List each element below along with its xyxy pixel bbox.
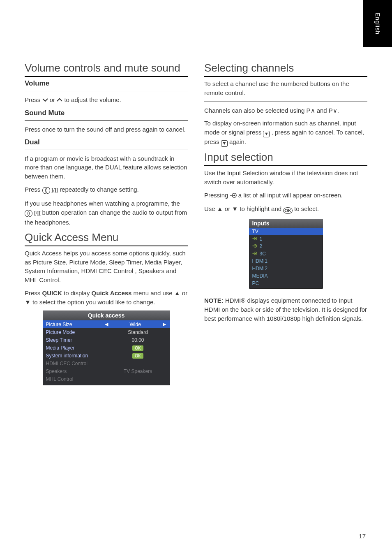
section-heading: Selecting channels <box>204 62 367 74</box>
menu-row[interactable]: Picture Size◀Wide▶ <box>43 320 170 328</box>
section-channels: Selecting channels To select a channel u… <box>204 62 367 147</box>
menu-row-label: MHL Control <box>46 376 109 382</box>
chevron-up-icon <box>57 96 62 105</box>
svg-marker-8 <box>255 246 256 247</box>
paragraph: If you use headphones when watching a pr… <box>25 199 188 227</box>
input-source-icon <box>252 251 257 256</box>
inputs-row[interactable]: 3C <box>249 250 323 257</box>
menu-row-label: Picture Size <box>46 322 104 327</box>
sub-heading-dual: Dual <box>25 138 188 146</box>
menu-row-label: Sleep Timer <box>46 337 109 343</box>
paragraph: To select a channel use the numbered but… <box>204 79 367 97</box>
stereo-bilingual-icon: I/II <box>42 185 58 195</box>
inputs-row-label: 1 <box>260 236 263 242</box>
menu-row-label: Media Player <box>46 345 109 351</box>
paragraph: Press I/II repeatedly to change setting. <box>25 185 188 195</box>
inputs-row-label: 3C <box>260 251 266 257</box>
section-heading: Volume controls and mute sound <box>25 62 188 74</box>
divider <box>204 165 367 166</box>
inputs-row-label: MEDIA <box>252 273 268 279</box>
menu-row-value: Wide <box>109 322 162 327</box>
section-volume: Volume controls and mute sound Volume Pr… <box>25 62 188 105</box>
section-input-selection: Input selection Use the Input Selection … <box>204 151 367 323</box>
ok-badge: OK <box>132 353 143 359</box>
input-source-icon <box>252 236 257 241</box>
quick-access-menu: Quick access Picture Size◀Wide▶Picture M… <box>43 310 170 385</box>
inputs-row[interactable]: HDMI1 <box>249 257 323 265</box>
section-quick-access: Quick Access Menu Quick Access helps you… <box>25 231 188 386</box>
menu-row[interactable]: Picture ModeStandard <box>43 328 170 336</box>
note-paragraph: NOTE: HDMI® displays equipment connected… <box>204 296 367 323</box>
ok-button-icon: OK <box>283 207 293 214</box>
info-button-icon: ▼ <box>221 140 228 147</box>
quick-button-label: QUICK <box>42 290 62 297</box>
menu-row[interactable]: MHL Control <box>43 375 170 383</box>
section-heading: Input selection <box>204 151 367 164</box>
inputs-row-label: TV <box>252 229 258 234</box>
svg-marker-11 <box>255 253 256 254</box>
paragraph: Use the Input Selection window if the te… <box>204 169 367 187</box>
menu-row-value: TV Speakers <box>109 368 167 374</box>
inputs-row[interactable]: 1 <box>249 235 323 243</box>
paragraph: Press once to turn the sound off and pre… <box>25 125 188 134</box>
inputs-row[interactable]: PC <box>249 280 323 287</box>
svg-marker-2 <box>234 194 235 196</box>
inputs-row[interactable]: HDMI2 <box>249 265 323 272</box>
page-number: 17 <box>359 533 366 540</box>
paragraph: Press QUICK to display Quick Access menu… <box>25 289 188 307</box>
menu-row[interactable]: Sleep Timer00:00 <box>43 336 170 344</box>
section-heading: Quick Access Menu <box>25 231 188 244</box>
triangle-right-icon: ▶ <box>162 322 167 327</box>
menu-row-value: 00:00 <box>109 337 167 343</box>
language-tab: English <box>363 0 392 47</box>
note-label: NOTE: <box>204 297 225 304</box>
divider <box>25 150 188 150</box>
menu-row-label: System information <box>46 353 109 359</box>
divider <box>25 120 188 121</box>
menu-row[interactable]: Media PlayerOK <box>43 344 170 352</box>
section-dual: Dual If a program or movie is broadcast … <box>25 138 188 227</box>
paragraph: Quick Access helps you access some optio… <box>25 249 188 285</box>
menu-row-label: Speakers <box>46 368 109 374</box>
inputs-row-label: HDMI2 <box>252 266 267 271</box>
divider <box>25 91 188 91</box>
divider <box>204 76 367 77</box>
left-column: Volume controls and mute sound Volume Pr… <box>25 62 188 385</box>
divider <box>25 246 188 246</box>
chevron-down-icon <box>42 96 48 105</box>
menu-row-label: Picture Mode <box>46 329 109 335</box>
inputs-row[interactable]: MEDIA <box>249 272 323 280</box>
paragraph: If a program or movie is broadcast with … <box>25 154 188 181</box>
menu-title: Inputs <box>249 219 323 228</box>
menu-title: Quick access <box>43 310 170 320</box>
inputs-menu: Inputs TV123CHDMI1HDMI2MEDIAPC <box>249 219 323 289</box>
paragraph: To display on-screen information such as… <box>204 119 367 147</box>
inputs-row[interactable]: 2 <box>249 243 323 250</box>
info-button-icon: ▼ <box>263 131 270 137</box>
ok-badge: OK <box>132 345 143 351</box>
divider <box>204 102 367 102</box>
inputs-row-label: 2 <box>260 243 263 249</box>
menu-row-label: HDMI CEC Control <box>46 361 109 366</box>
inputs-row[interactable]: TV <box>249 228 323 235</box>
paragraph: Press or to adjust the volume. <box>25 95 188 105</box>
section-mute: Sound Mute Press once to turn the sound … <box>25 109 188 134</box>
paragraph: Channels can also be selected using P∧ a… <box>204 106 367 115</box>
sub-heading-mute: Sound Mute <box>25 109 188 117</box>
input-source-icon <box>230 192 237 201</box>
paragraph: Use ▲ or ▼ to highlight and OK to select… <box>204 204 367 214</box>
menu-row[interactable]: SpeakersTV Speakers <box>43 367 170 375</box>
input-source-icon <box>252 244 257 249</box>
triangle-left-icon: ◀ <box>104 322 109 327</box>
menu-row-value: Standard <box>109 329 167 335</box>
menu-row[interactable]: System informationOK <box>43 352 170 359</box>
sub-heading-volume: Volume <box>25 79 188 88</box>
quick-access-label: Quick Access <box>92 290 132 297</box>
inputs-row-label: HDMI1 <box>252 258 267 264</box>
stereo-bilingual-icon: I/II <box>25 208 40 218</box>
menu-row-value: OK <box>109 353 167 359</box>
divider <box>25 76 188 77</box>
menu-row[interactable]: HDMI CEC Control <box>43 359 170 367</box>
inputs-row-label: PC <box>252 280 259 286</box>
menu-row-value: OK <box>109 345 167 351</box>
